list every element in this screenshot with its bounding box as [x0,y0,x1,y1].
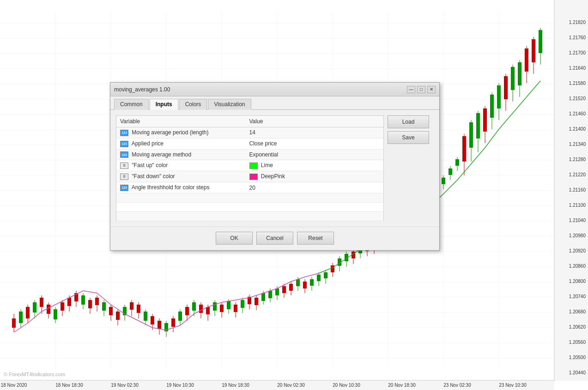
save-button[interactable]: Save [388,131,429,144]
ok-button[interactable]: OK [216,232,253,245]
svg-rect-44 [47,305,50,314]
svg-rect-170 [483,108,487,132]
variable-name: Moving average method [132,151,191,158]
svg-text:1.20620: 1.20620 [569,324,586,330]
svg-rect-90 [206,307,210,314]
variable-cell: 123 Angle threshhold for color steps [116,182,246,193]
svg-rect-174 [497,85,501,108]
svg-rect-122 [317,275,321,281]
svg-text:1.20920: 1.20920 [569,248,586,253]
value-cell: Close price [246,138,384,149]
svg-rect-164 [462,136,466,162]
svg-text:1.21700: 1.21700 [569,50,586,55]
value-cell: Lime [246,160,384,171]
svg-rect-72 [144,312,147,321]
svg-rect-40 [33,302,36,312]
variable-name: Moving average period (length) [132,129,208,136]
dialog-controls: — □ ✕ [407,86,436,93]
svg-text:1.21760: 1.21760 [569,35,586,40]
svg-text:20 Nov 10:30: 20 Nov 10:30 [333,383,360,388]
table-row[interactable]: ⠿ "Fast up" color Lime [116,160,384,171]
value-cell: 20 [246,182,384,193]
svg-rect-34 [12,318,16,328]
tabs-row: Common Inputs Colors Visualization [110,96,439,110]
variable-name: Applied price [132,140,164,147]
table-row[interactable]: 123 Applied price Close price [116,138,384,149]
svg-rect-86 [192,302,196,311]
svg-rect-104 [255,298,258,305]
tab-inputs[interactable]: Inputs [150,99,178,110]
svg-text:1.20800: 1.20800 [569,279,586,284]
svg-rect-80 [171,318,175,327]
table-row[interactable]: 123 Moving average period (length) 14 [116,127,384,138]
reset-button[interactable]: Reset [297,232,334,245]
variable-cell: ⠿ "Fast down" color [116,171,246,182]
icon-123: 123 [120,141,128,147]
variable-cell: 123 Moving average method [116,149,246,160]
tab-visualization[interactable]: Visualization [208,99,251,110]
svg-rect-88 [199,305,203,313]
svg-rect-168 [476,113,480,138]
svg-rect-38 [26,307,30,318]
variable-cell: 123 Moving average period (length) [116,127,246,138]
svg-text:1.21040: 1.21040 [569,218,586,223]
dialog-title: moving_averages 1.00 [114,86,170,93]
svg-rect-180 [518,62,521,85]
table-row[interactable]: ⠿ "Fast down" color DeepPink [116,171,384,182]
svg-rect-158 [442,178,445,184]
icon-123: 123 [120,130,128,136]
svg-rect-82 [178,312,182,321]
svg-text:1.21100: 1.21100 [569,203,586,208]
col-variable: Variable [116,116,246,127]
col-value: Value [246,116,384,127]
variable-cell: ⠿ "Fast up" color [116,160,246,171]
svg-rect-108 [268,291,272,298]
color-name: Lime [261,162,273,168]
cancel-button[interactable]: Cancel [256,232,293,245]
svg-text:23 Nov 10:30: 23 Nov 10:30 [499,383,527,388]
svg-rect-100 [241,300,244,308]
svg-text:1.20500: 1.20500 [569,355,586,360]
minimize-button[interactable]: — [407,86,415,93]
svg-text:1.21580: 1.21580 [569,81,586,86]
svg-rect-60 [102,302,106,311]
bottom-buttons: OK Cancel Reset [110,227,439,250]
empty-row [116,193,384,202]
svg-text:1.21280: 1.21280 [569,157,586,162]
value-cell: DeepPink [246,171,384,182]
svg-rect-172 [490,95,494,118]
tab-colors[interactable]: Colors [179,99,207,110]
tab-common[interactable]: Common [114,99,149,110]
svg-rect-120 [310,279,314,286]
svg-text:© ForexMT4Indicators.com: © ForexMT4Indicators.com [4,372,65,377]
svg-text:18 Nov 2020: 18 Nov 2020 [1,383,27,388]
close-button[interactable]: ✕ [427,86,436,93]
table-row[interactable]: 123 Moving average method Exponential [116,149,384,160]
svg-rect-54 [81,295,85,305]
svg-rect-106 [261,293,265,301]
svg-rect-36 [19,312,23,323]
svg-rect-110 [275,288,279,295]
svg-text:19 Nov 10:30: 19 Nov 10:30 [166,383,194,388]
svg-text:1.21160: 1.21160 [569,187,586,192]
table-header-row: Variable Value [116,116,384,127]
svg-rect-162 [455,159,459,166]
svg-rect-74 [151,316,154,324]
svg-text:19 Nov 02:30: 19 Nov 02:30 [111,383,139,388]
svg-text:18 Nov 18:30: 18 Nov 18:30 [55,383,83,388]
svg-text:20 Nov 02:30: 20 Nov 02:30 [277,383,305,388]
maximize-button[interactable]: □ [417,86,425,93]
svg-rect-64 [116,312,120,320]
svg-rect-68 [130,302,133,310]
variable-cell: 123 Applied price [116,138,246,149]
svg-text:1.21340: 1.21340 [569,142,586,147]
load-button[interactable]: Load [388,115,429,128]
table-row[interactable]: 123 Angle threshhold for color steps 20 [116,182,384,193]
variable-name: "Fast up" color [132,162,168,168]
parameters-table: Variable Value 123 Moving average period… [116,115,384,221]
icon-grid: ⠿ [120,174,128,180]
svg-text:20 Nov 18:30: 20 Nov 18:30 [388,383,416,388]
svg-rect-58 [95,298,99,305]
svg-rect-112 [282,286,286,293]
svg-rect-178 [511,67,515,90]
